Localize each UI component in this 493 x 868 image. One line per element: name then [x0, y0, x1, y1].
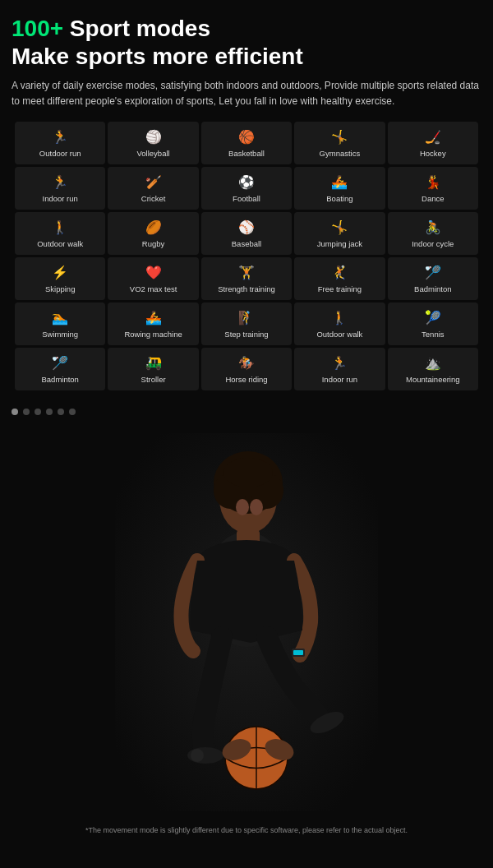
sport-icon-10: 🚶 [50, 217, 70, 237]
sport-icon-8: 🚣 [329, 172, 349, 192]
svg-point-12 [191, 749, 204, 762]
sport-item-29[interactable]: ⛰️Mountaineering [388, 348, 478, 390]
sport-label-4: Hockey [420, 149, 446, 158]
sport-item-2[interactable]: 🏀Basketball [201, 122, 292, 164]
sport-icon-29: ⛰️ [423, 353, 443, 372]
sport-item-15[interactable]: ⚡Skipping [15, 257, 105, 300]
hero-person [115, 433, 378, 811]
svg-point-6 [223, 458, 273, 487]
dot-5[interactable] [58, 409, 64, 415]
sport-label-13: Jumping jack [317, 239, 362, 248]
sport-item-5[interactable]: 🏃Indoor run [15, 167, 105, 210]
svg-point-8 [250, 499, 263, 515]
footer-note: *The movement mode is slightly different… [0, 820, 493, 841]
sport-item-22[interactable]: 🧗Step training [201, 302, 292, 345]
sport-label-12: Baseball [232, 239, 261, 248]
sports-grid: 🏃Outdoor run🏐Volleyball🏀Basketball🤸Gymna… [15, 122, 478, 390]
sport-label-16: VO2 max test [130, 284, 177, 293]
sport-icon-4: 🏒 [423, 127, 443, 146]
sport-label-20: Swimming [42, 330, 78, 339]
sport-item-9[interactable]: 💃Dance [388, 167, 478, 210]
sport-label-24: Tennis [422, 330, 444, 339]
sport-icon-6: 🏏 [144, 172, 164, 192]
headline: 100+ Sport modes Make sports more effici… [12, 15, 481, 70]
sport-label-21: Rowing machine [124, 330, 182, 339]
sport-item-3[interactable]: 🤸Gymnastics [294, 122, 385, 164]
sport-icon-25: 🏸 [50, 353, 70, 372]
sport-icon-13: 🤸 [329, 217, 349, 237]
sport-item-28[interactable]: 🏃Indoor run [294, 348, 385, 390]
sport-icon-19: 🏸 [423, 262, 443, 282]
sport-label-23: Outdoor walk [316, 330, 362, 339]
sport-icon-0: 🏃 [50, 127, 70, 146]
sport-item-21[interactable]: 🚣Rowing machine [108, 302, 198, 345]
sport-icon-28: 🏃 [329, 353, 349, 372]
sport-icon-22: 🧗 [237, 307, 256, 327]
sport-item-20[interactable]: 🏊Swimming [15, 302, 105, 345]
dot-2[interactable] [23, 409, 30, 415]
sport-label-7: Football [233, 194, 260, 203]
sport-label-28: Indoor run [322, 375, 357, 384]
sport-item-0[interactable]: 🏃Outdoor run [15, 122, 105, 164]
sport-item-24[interactable]: 🎾Tennis [388, 302, 478, 345]
sport-item-18[interactable]: 🤾Free training [294, 257, 385, 300]
sport-label-15: Skipping [45, 284, 75, 293]
sport-icon-26: 🛺 [144, 353, 164, 372]
sport-icon-1: 🏐 [144, 127, 164, 146]
headline-accent: 100+ [12, 16, 63, 41]
svg-rect-20 [293, 650, 303, 655]
sport-label-14: Indoor cycle [412, 239, 454, 248]
sport-label-26: Stroller [141, 375, 166, 384]
hero-section [0, 425, 493, 820]
sport-label-27: Horse riding [225, 375, 267, 384]
sport-item-16[interactable]: ❤️VO2 max test [108, 257, 198, 300]
sport-label-5: Indoor run [43, 194, 78, 203]
dot-4[interactable] [46, 409, 53, 415]
sport-label-2: Basketball [228, 149, 265, 158]
sport-icon-24: 🎾 [423, 307, 443, 327]
sport-icon-14: 🚴 [423, 217, 443, 237]
sport-item-8[interactable]: 🚣Boating [294, 167, 385, 210]
sport-label-8: Boating [326, 194, 352, 203]
description: A variety of daily exercise modes, satis… [12, 78, 481, 109]
sport-icon-20: 🏊 [50, 307, 70, 327]
dot-3[interactable] [35, 409, 41, 415]
sport-icon-17: 🏋️ [237, 262, 256, 282]
sport-item-25[interactable]: 🏸Badminton [15, 348, 105, 390]
sport-item-13[interactable]: 🤸Jumping jack [294, 212, 385, 255]
sport-icon-18: 🤾 [329, 262, 349, 282]
sport-label-0: Outdoor run [39, 149, 81, 158]
sport-item-23[interactable]: 🚶Outdoor walk [294, 302, 385, 345]
sport-item-17[interactable]: 🏋️Strength training [201, 257, 292, 300]
sport-icon-7: ⚽ [237, 172, 256, 192]
sport-icon-23: 🚶 [329, 307, 349, 327]
sport-label-17: Strength training [218, 284, 275, 293]
sport-item-27[interactable]: 🏇Horse riding [201, 348, 292, 390]
sport-item-4[interactable]: 🏒Hockey [388, 122, 478, 164]
sport-item-1[interactable]: 🏐Volleyball [108, 122, 198, 164]
sport-item-12[interactable]: ⚾Baseball [201, 212, 292, 255]
dots-row [0, 399, 493, 425]
dot-1[interactable] [12, 409, 18, 415]
sport-icon-27: 🏇 [237, 353, 256, 372]
sport-item-11[interactable]: 🏉Rugby [108, 212, 198, 255]
sport-label-6: Cricket [141, 194, 166, 203]
sport-label-1: Volleyball [137, 149, 170, 158]
sport-item-10[interactable]: 🚶Outdoor walk [15, 212, 105, 255]
sport-label-9: Dance [422, 194, 444, 203]
sport-item-6[interactable]: 🏏Cricket [108, 167, 198, 210]
sport-item-26[interactable]: 🛺Stroller [108, 348, 198, 390]
sport-label-18: Free training [318, 284, 362, 293]
sport-label-11: Rugby [142, 239, 164, 248]
sport-icon-12: ⚾ [237, 217, 256, 237]
top-section: 100+ Sport modes Make sports more effici… [0, 0, 493, 399]
dot-6[interactable] [69, 409, 76, 415]
sport-label-10: Outdoor walk [37, 239, 83, 248]
sport-item-7[interactable]: ⚽Football [201, 167, 292, 210]
sport-item-19[interactable]: 🏸Badminton [388, 257, 478, 300]
sport-icon-15: ⚡ [50, 262, 70, 282]
sport-item-14[interactable]: 🚴Indoor cycle [388, 212, 478, 255]
svg-point-7 [236, 499, 249, 515]
sport-label-22: Step training [224, 330, 268, 339]
sport-label-3: Gymnastics [320, 149, 361, 158]
